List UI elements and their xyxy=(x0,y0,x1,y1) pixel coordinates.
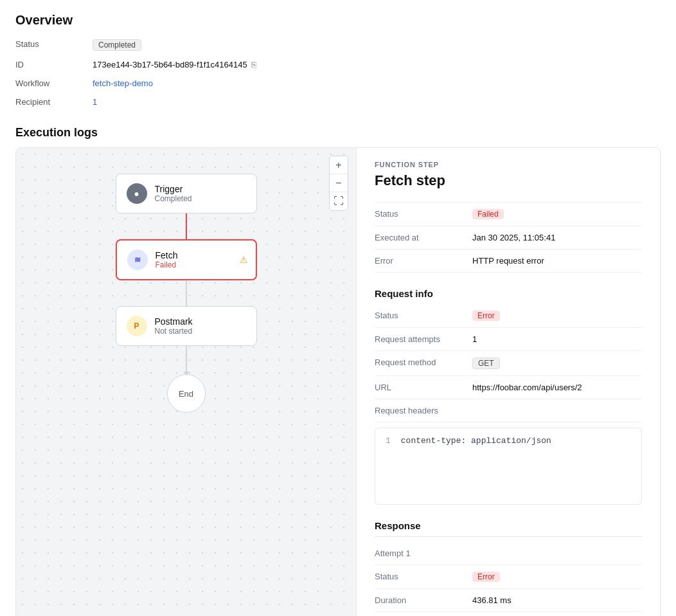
arrow-3 xyxy=(183,372,190,376)
detail-row-executed: Executed at Jan 30 2025, 11:05:41 xyxy=(375,226,642,249)
code-line-num: 1 xyxy=(386,436,391,446)
request-info-section: Request info Status Error Request attemp… xyxy=(375,288,642,505)
fetch-status: Failed xyxy=(156,260,178,269)
connector-1 xyxy=(186,213,187,239)
error-key: Error xyxy=(375,256,465,266)
canvas-panel: + − ⛶ ● Trigger Completed xyxy=(16,148,357,616)
req-method-val: GET xyxy=(472,358,642,369)
recipient-value: 1 xyxy=(93,96,661,108)
workflow-label: Workflow xyxy=(15,77,93,89)
resp-error-badge: Error xyxy=(472,572,500,582)
response-title: Response xyxy=(375,520,642,537)
trigger-text: Trigger Completed xyxy=(155,184,192,203)
status-badge: Completed xyxy=(93,39,141,51)
zoom-out-button[interactable]: − xyxy=(330,174,348,192)
req-attempts-row: Request attempts 1 xyxy=(375,328,642,351)
fetch-text: Fetch Failed xyxy=(156,250,178,269)
fetch-name: Fetch xyxy=(156,250,178,260)
detail-panel: FUNCTION STEP Fetch step Status Failed E… xyxy=(357,148,660,616)
resp-duration-row: Duration 436.81 ms xyxy=(375,589,642,612)
req-url-val: https://foobar.com/api/users/2 xyxy=(472,383,642,392)
fullscreen-button[interactable]: ⛶ xyxy=(330,192,348,210)
postmark-icon: P xyxy=(127,316,147,336)
req-status-val: Error xyxy=(472,311,642,321)
get-badge: GET xyxy=(472,358,500,369)
req-url-key: URL xyxy=(375,383,465,392)
zoom-in-button[interactable]: + xyxy=(330,156,348,174)
copy-id-icon[interactable]: ⎘ xyxy=(251,60,256,69)
warning-icon: ⚠ xyxy=(240,255,248,265)
executed-key: Executed at xyxy=(375,233,465,242)
response-section: Response Attempt 1 Status Error Duration… xyxy=(375,520,642,616)
executed-val: Jan 30 2025, 11:05:41 xyxy=(472,233,642,242)
recipient-label: Recipient xyxy=(15,96,93,108)
req-status-row: Status Error xyxy=(375,304,642,328)
resp-duration-key: Duration xyxy=(375,595,465,605)
execution-logs-title: Execution logs xyxy=(15,126,661,140)
trigger-name: Trigger xyxy=(155,184,192,194)
resp-status-row: Status Error xyxy=(375,565,642,589)
error-badge: Error xyxy=(472,311,500,321)
status-value: Completed xyxy=(93,38,661,52)
overview-table: Status Completed ID 173ee144-3b17-5b64-b… xyxy=(15,38,661,108)
overview-title: Overview xyxy=(15,13,661,28)
canvas-controls: + − ⛶ xyxy=(329,156,348,211)
resp-duration-val: 436.81 ms xyxy=(472,595,642,605)
attempt-label: Attempt 1 xyxy=(375,542,642,565)
req-headers-row: Request headers xyxy=(375,399,642,422)
postmark-status: Not started xyxy=(155,327,193,336)
req-attempts-val: 1 xyxy=(472,334,642,344)
step-name-heading: Fetch step xyxy=(375,172,642,189)
flow-area: ● Trigger Completed ≋ Fetch Failed xyxy=(16,148,356,439)
error-val: HTTP request error xyxy=(472,256,642,266)
fetch-icon: ≋ xyxy=(127,249,148,270)
resp-status-key: Status xyxy=(375,572,465,581)
req-method-row: Request method GET xyxy=(375,351,642,376)
step-info-section: Status Failed Executed at Jan 30 2025, 1… xyxy=(375,202,642,273)
headers-code-block: 1content-type: application/json xyxy=(375,428,642,505)
status-key: Status xyxy=(375,209,465,219)
req-method-key: Request method xyxy=(375,358,465,367)
fetch-node[interactable]: ≋ Fetch Failed ⚠ xyxy=(116,239,257,280)
req-url-row: URL https://foobar.com/api/users/2 xyxy=(375,376,642,399)
recipient-link[interactable]: 1 xyxy=(93,97,97,107)
headers-code-text: content-type: application/json xyxy=(401,436,551,446)
detail-row-status: Status Failed xyxy=(375,202,642,226)
resp-status-val: Error xyxy=(472,572,642,582)
status-val: Failed xyxy=(472,209,642,219)
connector-3 xyxy=(186,346,187,372)
id-text: 173ee144-3b17-5b64-bd89-f1f1c4164145 xyxy=(93,60,247,69)
failed-badge: Failed xyxy=(472,209,504,219)
id-value: 173ee144-3b17-5b64-bd89-f1f1c4164145 ⎘ xyxy=(93,59,661,71)
req-attempts-key: Request attempts xyxy=(375,334,465,344)
postmark-node[interactable]: P Postmark Not started xyxy=(116,306,257,346)
req-status-key: Status xyxy=(375,311,465,320)
status-label: Status xyxy=(15,38,93,52)
trigger-icon: ● xyxy=(127,183,147,204)
trigger-status: Completed xyxy=(155,194,192,203)
step-type-label: FUNCTION STEP xyxy=(375,161,642,168)
workflow-value: fetch-step-demo xyxy=(93,77,661,89)
end-label: End xyxy=(179,389,193,399)
page-root: Overview Status Completed ID 173ee144-3b… xyxy=(0,0,676,616)
request-info-heading: Request info xyxy=(375,288,642,304)
postmark-name: Postmark xyxy=(155,316,193,327)
resp-errorcode-row: Error code connection_error xyxy=(375,612,642,616)
detail-row-error: Error HTTP request error xyxy=(375,249,642,273)
trigger-node[interactable]: ● Trigger Completed xyxy=(116,174,257,213)
end-node[interactable]: End xyxy=(167,374,206,413)
postmark-text: Postmark Not started xyxy=(155,316,193,336)
connector-2 xyxy=(186,280,187,306)
workflow-link[interactable]: fetch-step-demo xyxy=(93,78,153,88)
execution-container: + − ⛶ ● Trigger Completed xyxy=(15,147,661,616)
id-label: ID xyxy=(15,59,93,71)
req-headers-key: Request headers xyxy=(375,406,465,415)
